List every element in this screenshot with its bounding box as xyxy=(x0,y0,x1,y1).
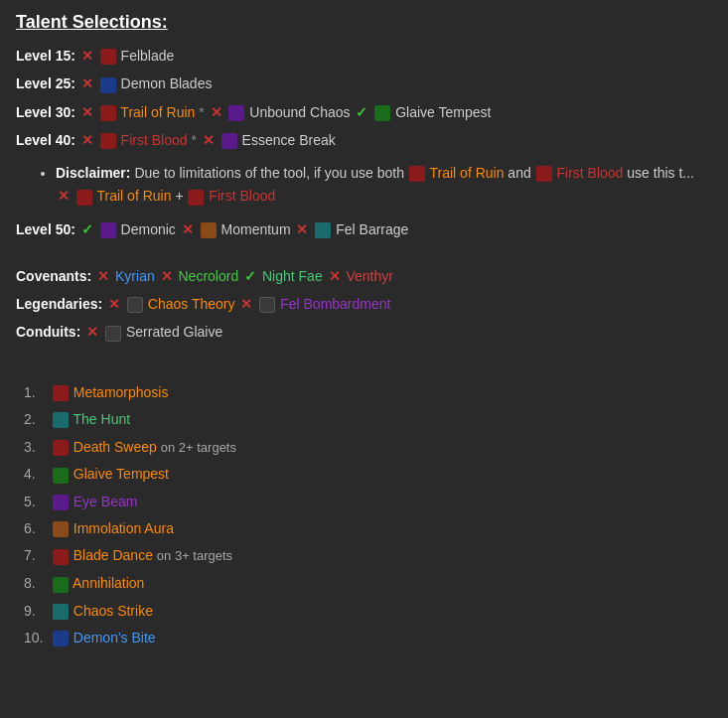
glaive-tempest-icon xyxy=(374,105,390,121)
priority-num-10: 10. xyxy=(24,627,48,648)
x-mark-6: ✕ xyxy=(203,132,215,148)
metamorphosis-icon xyxy=(53,385,69,401)
demons-bite-text: Demon's Bite xyxy=(73,630,156,646)
level25-row: Level 25: ✕ Demon Blades xyxy=(16,72,712,94)
death-sweep-text: Death Sweep xyxy=(73,439,157,455)
disclaimer-text: Due to limitations of the tool, if you u… xyxy=(134,165,408,181)
disclaimer-plus: + xyxy=(175,188,187,204)
disclaimer-tor: Trail of Ruin xyxy=(430,165,505,181)
level40-label: Level 40: xyxy=(16,132,75,148)
x-mark-8: ✕ xyxy=(296,221,308,237)
x-mark-l1: ✕ xyxy=(108,296,120,312)
demonic-text: Demonic xyxy=(121,221,176,237)
priority-item-4: 4. Glaive Tempest xyxy=(24,463,712,485)
level50-row: Level 50: ✓ Demonic ✕ Momentum ✕ Fel Bar… xyxy=(16,218,712,240)
glaive-tempest-text: Glaive Tempest xyxy=(395,104,491,120)
disclaimer-fb2-icon xyxy=(188,190,204,206)
first-blood-text: First Blood xyxy=(121,132,188,148)
immolation-aura-text: Immolation Aura xyxy=(73,520,174,536)
disclaimer-and: and xyxy=(508,165,534,181)
fel-barrage-icon xyxy=(315,222,331,238)
legendaries-row: Legendaries: ✕ Chaos Theory ✕ Fel Bombar… xyxy=(16,293,712,315)
level30-label: Level 30: xyxy=(16,104,75,120)
demonic-icon xyxy=(100,222,116,238)
death-sweep-icon xyxy=(53,440,69,456)
annihilation-icon xyxy=(53,577,69,593)
felblade-icon xyxy=(100,49,116,65)
priority-item-7: 7. Blade Dance on 3+ targets xyxy=(24,544,712,567)
priority-item-1: 1. Metamorphosis xyxy=(24,381,712,403)
disclaimer-tor2: Trail of Ruin xyxy=(97,188,172,204)
demon-blades-text: Demon Blades xyxy=(121,75,213,91)
x-mark-2: ✕ xyxy=(81,75,93,91)
check-mark-1: ✓ xyxy=(356,104,367,120)
priority-item-6: 6. Immolation Aura xyxy=(24,517,712,539)
priority-item-3: 3. Death Sweep on 2+ targets xyxy=(24,436,712,459)
chaos-strike-text: Chaos Strike xyxy=(73,603,153,619)
x-mark-co1: ✕ xyxy=(86,324,98,340)
eye-beam-icon xyxy=(53,495,69,510)
blade-dance-icon xyxy=(53,549,69,565)
priority-item-2: 2. The Hunt xyxy=(24,408,712,430)
trail-of-ruin-icon xyxy=(100,105,116,121)
priority-num-4: 4. xyxy=(24,463,48,485)
fel-barrage-text: Fel Barrage xyxy=(336,221,408,237)
eye-beam-text: Eye Beam xyxy=(73,494,138,509)
blade-dance-note: on 3+ targets xyxy=(157,548,232,563)
priority-item-10: 10. Demon's Bite xyxy=(24,627,712,648)
level40-row: Level 40: ✕ First Blood * ✕ Essence Brea… xyxy=(16,129,712,151)
fel-bombardment-icon xyxy=(259,297,275,313)
priority-item-5: 5. Eye Beam xyxy=(24,491,712,512)
first-blood-icon xyxy=(100,133,116,149)
chaos-theory-text: Chaos Theory xyxy=(148,296,235,312)
priority-num-2: 2. xyxy=(24,408,48,430)
essence-break-icon xyxy=(221,133,237,149)
unbound-chaos-icon xyxy=(228,105,244,121)
disclaimer-fb-icon xyxy=(536,166,552,182)
x-mark-d1: ✕ xyxy=(58,188,70,204)
essence-break-text: Essence Break xyxy=(242,132,336,148)
priority-num-9: 9. xyxy=(24,600,48,622)
priority-num-5: 5. xyxy=(24,491,48,512)
check-mark-2: ✓ xyxy=(81,221,93,237)
demon-blades-icon xyxy=(100,77,116,93)
fel-bombardment-text: Fel Bombardment xyxy=(280,296,390,312)
check-mark-c3: ✓ xyxy=(244,268,256,284)
level15-label: Level 15: xyxy=(16,48,75,64)
annihilation-text: Annihilation xyxy=(73,575,144,591)
death-sweep-note: on 2+ targets xyxy=(161,440,236,455)
covenants-label: Covenants: xyxy=(16,268,91,284)
unbound-chaos-text: Unbound Chaos xyxy=(249,104,350,120)
x-mark-4: ✕ xyxy=(211,104,222,120)
necrolord-text: Necrolord xyxy=(178,268,238,284)
x-mark-1: ✕ xyxy=(81,48,93,64)
priority-item-8: 8. Annihilation xyxy=(24,572,712,594)
disclaimer-label: Disclaimer: xyxy=(56,165,130,181)
serrated-glaive-text: Serrated Glaive xyxy=(126,324,222,340)
disclaimer-list: Disclaimer: Due to limitations of the to… xyxy=(36,162,712,210)
trail-of-ruin-text: Trail of Ruin xyxy=(120,104,195,120)
conduits-row: Conduits: ✕ Serrated Glaive xyxy=(16,321,712,343)
the-hunt-text: The Hunt xyxy=(73,411,131,427)
conduits-label: Conduits: xyxy=(16,324,80,340)
disclaimer-fb: First Blood xyxy=(557,165,624,181)
legendaries-label: Legendaries: xyxy=(16,296,102,312)
nightfae-text: Night Fae xyxy=(262,268,323,284)
priority-num-1: 1. xyxy=(24,381,48,403)
disclaimer-fb2: First Blood xyxy=(209,188,275,204)
disclaimer-item: Disclaimer: Due to limitations of the to… xyxy=(56,162,712,210)
disclaimer-tor2-icon xyxy=(76,190,92,206)
level30-row: Level 30: ✕ Trail of Ruin * ✕ Unbound Ch… xyxy=(16,101,712,123)
page-title: Talent Selections: xyxy=(16,12,712,33)
kyrian-text: Kyrian xyxy=(115,268,155,284)
priority-item-9: 9. Chaos Strike xyxy=(24,600,712,622)
metamorphosis-text: Metamorphosis xyxy=(73,384,169,400)
level50-label: Level 50: xyxy=(16,221,75,237)
level15-row: Level 15: ✕ Felblade xyxy=(16,45,712,67)
covenants-row: Covenants: ✕ Kyrian ✕ Necrolord ✓ Night … xyxy=(16,265,712,287)
the-hunt-icon xyxy=(53,412,69,428)
x-mark-c1: ✕ xyxy=(97,268,109,284)
glaive-tempest2-icon xyxy=(53,468,69,484)
level25-label: Level 25: xyxy=(16,75,75,91)
demons-bite-icon xyxy=(53,631,69,646)
